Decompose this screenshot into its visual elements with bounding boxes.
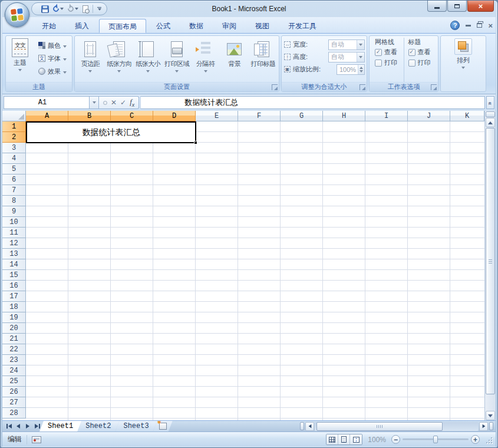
column-header-K[interactable]: K [450,111,484,121]
row-header-16[interactable]: 16 [2,281,26,291]
button-背景[interactable]: 背景 [220,37,249,82]
gridlines-print-check-icon[interactable] [375,60,382,67]
name-box[interactable]: A1 [4,96,90,109]
button-纸张方向[interactable]: 纸张方向 [105,37,134,82]
close-button[interactable]: × [467,1,494,12]
row-header-3[interactable]: 3 [2,143,26,153]
ribbon-tab-开发工具[interactable]: 开发工具 [279,19,325,33]
sheet-tab-Sheet3[interactable]: Sheet3 [115,421,157,431]
sheet-tab-Sheet2[interactable]: Sheet2 [77,421,119,431]
height-combo[interactable]: 自动 [328,52,365,62]
page-setup-dialog-launcher-icon[interactable] [272,84,278,90]
office-button[interactable] [5,2,29,27]
ribbon-tab-视图[interactable]: 视图 [246,19,278,33]
workbook-close-icon[interactable]: × [488,22,493,29]
fill-handle[interactable] [194,141,197,144]
themes-button[interactable]: 主题 [6,36,34,82]
cancel-entry-icon[interactable]: ✕ [111,99,117,106]
column-header-B[interactable]: B [68,111,111,121]
row-header-21[interactable]: 21 [2,334,26,344]
scroll-down-button[interactable] [486,411,495,420]
row-header-15[interactable]: 15 [2,270,26,281]
row-header-7[interactable]: 7 [2,185,26,196]
width-combo[interactable]: 自动 [328,39,365,50]
zoom-out-icon[interactable]: − [391,435,400,444]
print-preview-icon[interactable] [83,5,88,13]
ribbon-tab-页面布局[interactable]: 页面布局 [99,19,146,33]
button-页边距[interactable]: 页边距 [76,37,105,82]
row-header-4[interactable]: 4 [2,153,26,164]
insert-function-icon[interactable]: fx [130,97,134,108]
row-header-10[interactable]: 10 [2,217,26,228]
scale-dialog-launcher-icon[interactable] [360,84,365,90]
ribbon-tab-公式[interactable]: 公式 [147,19,179,33]
row-header-28[interactable]: 28 [2,408,26,419]
help-icon[interactable]: ? [450,21,460,30]
record-macro-icon[interactable] [32,436,41,443]
confirm-entry-icon[interactable]: ✓ [120,99,126,106]
vertical-scrollbar[interactable] [484,111,496,420]
tab-split-handle[interactable] [300,422,304,430]
row-header-20[interactable]: 20 [2,323,26,334]
horizontal-scroll-track[interactable] [315,422,479,431]
workbook-minimize-icon[interactable] [466,25,471,27]
headings-print-check-icon[interactable] [408,60,415,67]
height-dropdown-icon[interactable] [357,52,364,62]
scale-spinner[interactable]: 100% [337,64,365,75]
row-header-24[interactable]: 24 [2,365,26,376]
theme-fonts-button[interactable]: 文 字体 [37,52,68,64]
horizontal-scroll-thumb[interactable] [316,422,443,431]
row-header-9[interactable]: 9 [2,206,26,217]
sheet-tab-Sheet1[interactable]: Sheet1 [39,421,81,431]
minimize-button[interactable] [427,1,447,12]
theme-effects-button[interactable]: 效果 [37,65,68,77]
gridlines-view-checkbox[interactable]: 查看 [375,48,404,57]
next-sheet-button[interactable] [24,422,32,431]
save-icon[interactable] [41,5,49,13]
sheet-options-dialog-launcher-icon[interactable] [431,84,437,90]
row-header-2[interactable]: 2 [2,132,26,143]
column-header-C[interactable]: C [111,111,153,121]
row-header-18[interactable]: 18 [2,302,26,312]
headings-print-checkbox[interactable]: 打印 [408,58,437,67]
zoom-thumb[interactable] [433,436,438,443]
scroll-up-button[interactable] [486,118,495,127]
column-header-I[interactable]: I [365,111,408,121]
row-header-26[interactable]: 26 [2,387,26,397]
scale-spin-icons[interactable] [358,65,364,74]
first-sheet-button[interactable] [5,422,13,431]
arrange-button[interactable]: 排列 [454,36,472,91]
ribbon-tab-开始[interactable]: 开始 [33,19,65,33]
formula-input[interactable]: 数据统计表汇总 [140,96,485,109]
column-header-E[interactable]: E [196,111,238,121]
row-header-19[interactable]: 19 [2,312,26,323]
row-header-5[interactable]: 5 [2,164,26,174]
row-header-22[interactable]: 22 [2,344,26,355]
scroll-left-button[interactable] [305,422,314,431]
normal-view-button[interactable] [326,434,338,444]
last-sheet-button[interactable] [33,422,41,431]
row-header-25[interactable]: 25 [2,376,26,387]
row-header-23[interactable]: 23 [2,355,26,365]
row-header-27[interactable]: 27 [2,397,26,408]
zoom-track[interactable] [403,439,469,440]
maximize-button[interactable] [447,1,467,12]
expand-formula-bar-icon[interactable]: « [486,96,494,109]
customize-qat-icon[interactable] [97,7,101,11]
column-header-F[interactable]: F [238,111,281,121]
row-header-6[interactable]: 6 [2,174,26,185]
select-all-corner[interactable] [2,111,26,121]
zoom-in-icon[interactable]: + [471,435,480,444]
horizontal-split-handle[interactable] [489,422,493,430]
theme-colors-button[interactable]: 颜色 [37,39,68,51]
row-header-12[interactable]: 12 [2,238,26,249]
grid-cells[interactable]: 数据统计表汇总 [26,121,484,420]
row-header-14[interactable]: 14 [2,259,26,270]
redo-button[interactable] [68,6,78,12]
name-box-dropdown-icon[interactable] [90,96,99,109]
ribbon-tab-审阅[interactable]: 审阅 [213,19,245,33]
vertical-scroll-thumb[interactable] [486,128,495,394]
width-dropdown-icon[interactable] [357,40,364,50]
vertical-split-handle[interactable] [486,111,495,117]
page-layout-view-button[interactable] [338,434,350,444]
